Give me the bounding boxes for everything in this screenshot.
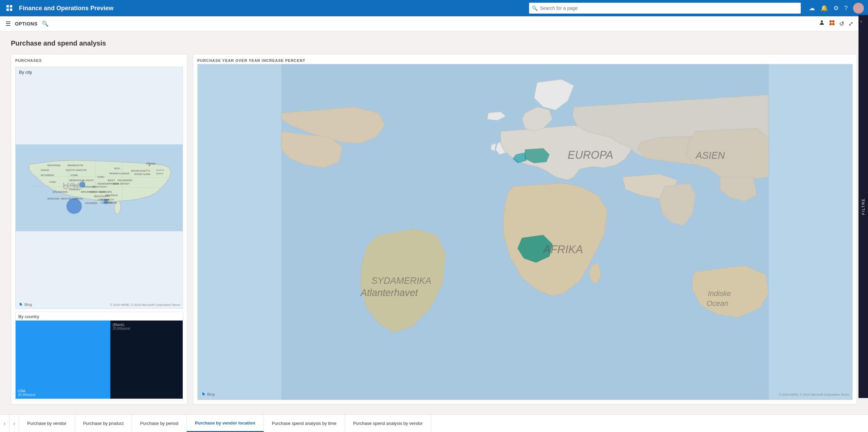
svg-text:USA: USA <box>62 181 82 191</box>
grid-icon[interactable] <box>4 5 15 11</box>
avatar[interactable] <box>853 3 864 14</box>
personalize-icon[interactable] <box>819 20 825 28</box>
svg-text:GEORGIA: GEORGIA <box>105 194 118 197</box>
svg-rect-8 <box>832 23 834 25</box>
top-bar-icons: ☁ 🔔 ⚙ ? <box>809 3 864 14</box>
svg-text:IDAHO: IDAHO <box>41 169 49 172</box>
svg-text:Indiske: Indiske <box>708 290 731 298</box>
bing-logo-world: Bing <box>202 392 215 396</box>
treemap-usa-label: USA <box>18 389 108 393</box>
svg-text:ASIEN: ASIEN <box>695 150 725 161</box>
settings-icon[interactable]: ⚙ <box>833 4 839 12</box>
treemap-subtitle: By country <box>16 312 183 321</box>
svg-text:INDIANA: INDIANA <box>97 182 109 185</box>
world-map[interactable]: EUROPA ASIEN Atlanterhavet AFRIKA SYDAME… <box>197 64 853 400</box>
svg-point-55 <box>67 199 82 213</box>
main-content: Purchase and spend analysis PURCHASES By… <box>0 31 868 414</box>
svg-text:MONTANA: MONTANA <box>47 164 60 167</box>
treemap-blank-value: 20,66tusind <box>112 327 181 330</box>
purchase-yoy-title: PURCHASE YEAR OVER YEAR INCREASE PERCENT <box>197 58 853 63</box>
svg-text:UTAH: UTAH <box>49 180 56 184</box>
top-navigation-bar: Finance and Operations Preview 🔍 ☁ 🔔 ⚙ ? <box>0 0 868 16</box>
svg-rect-6 <box>832 20 834 22</box>
tab-purchase-spend-analysis-by-vendor[interactable]: Purchase spend analysis by vendor <box>345 415 431 432</box>
svg-text:WYOMING: WYOMING <box>41 174 54 177</box>
svg-text:NOV...: NOV... <box>114 167 122 170</box>
filter-arrow-icon: ‹ <box>861 19 862 24</box>
svg-text:RHODE ISLAND: RHODE ISLAND <box>134 173 150 175</box>
svg-text:PENNSYLVANIA: PENNSYLVANIA <box>109 172 130 175</box>
filter-sidebar[interactable]: ‹ FILTRE <box>858 15 868 398</box>
svg-text:DELAWARE: DELAWARE <box>117 179 132 182</box>
office-icon[interactable] <box>829 20 835 28</box>
svg-marker-56 <box>20 303 22 306</box>
svg-point-4 <box>821 20 823 22</box>
tab-purchase-spend-analysis-by-time[interactable]: Purchase spend analysis by time <box>264 415 345 432</box>
treemap-blank-label: (Blank) <box>112 323 181 327</box>
svg-text:SYDAMERIKA: SYDAMERIKA <box>372 276 431 286</box>
tab-purchase-by-period[interactable]: Purchase by period <box>132 415 187 432</box>
tab-purchase-by-vendor-location[interactable]: Purchase by vendor location <box>187 415 264 432</box>
dashboard-row: PURCHASES By city <box>11 54 857 404</box>
second-toolbar: ☰ OPTIONS 🔍 ↺ ⤢ ✕ <box>0 16 868 31</box>
svg-rect-0 <box>6 5 9 7</box>
tab-purchase-by-product[interactable]: Purchase by product <box>75 415 132 432</box>
help-icon[interactable]: ? <box>844 5 848 12</box>
svg-text:MASSACHUSETTS: MASSACHUSETTS <box>131 170 150 172</box>
search-wrapper: 🔍 <box>529 3 801 14</box>
tab-purchase-by-vendor[interactable]: Purchase by vendor <box>19 415 75 432</box>
svg-text:Gulf of: Gulf of <box>156 169 164 172</box>
maximize-icon[interactable]: ⤢ <box>848 20 853 28</box>
purchases-panel-title: PURCHASES <box>15 58 183 63</box>
svg-rect-2 <box>6 8 9 11</box>
svg-text:WEST: WEST <box>108 179 115 182</box>
treemap-usa-value: 18,46tusind <box>18 393 108 397</box>
svg-text:SOUTH DAKOTA: SOUTH DAKOTA <box>66 169 87 172</box>
cloud-icon[interactable]: ☁ <box>809 4 815 12</box>
toolbar-search-icon[interactable]: 🔍 <box>42 20 49 27</box>
by-city-map[interactable]: By city IDAHO WYOM <box>15 67 183 309</box>
purchases-panel: PURCHASES By city <box>11 54 187 404</box>
svg-rect-5 <box>830 20 832 22</box>
filter-label: FILTRE <box>861 198 865 215</box>
svg-rect-3 <box>10 8 12 11</box>
by-city-label: By city <box>19 70 32 75</box>
hamburger-icon[interactable]: ☰ <box>5 20 11 28</box>
svg-text:ILLINOIS: ILLINOIS <box>83 179 93 182</box>
treemap-blank-segment[interactable]: (Blank) 20,66tusind <box>110 321 183 399</box>
tab-next-button[interactable]: › <box>10 415 19 432</box>
svg-text:LOUISIANA: LOUISIANA <box>85 202 97 204</box>
treemap-body: USA 18,46tusind (Blank) 20,66tusind <box>16 321 183 399</box>
search-input[interactable] <box>529 3 801 14</box>
svg-text:IOWA: IOWA <box>71 174 78 177</box>
svg-text:ALABAMA: ALABAMA <box>99 190 112 193</box>
by-country-treemap[interactable]: By country USA 18,46tusind (Blank) 20,66… <box>15 312 183 400</box>
svg-text:MINNESOTA: MINNESOTA <box>68 164 84 167</box>
tab-prev-button[interactable]: ‹ <box>0 415 10 432</box>
bottom-tabs: ‹ › Purchase by vendor Purchase by produ… <box>0 414 868 432</box>
svg-rect-1 <box>10 5 12 7</box>
refresh-icon[interactable]: ↺ <box>839 20 844 28</box>
options-label: OPTIONS <box>15 21 38 27</box>
page-title: Purchase and spend analysis <box>11 39 857 47</box>
second-bar-right: ↺ ⤢ ✕ <box>819 20 863 28</box>
svg-text:ARIZONA: ARIZONA <box>47 197 59 200</box>
notification-icon[interactable]: 🔔 <box>820 4 828 12</box>
svg-text:Ocean: Ocean <box>707 299 728 308</box>
svg-text:Atlanterhavet: Atlanterhavet <box>360 287 418 298</box>
svg-text:OHIO: OHIO <box>97 175 104 178</box>
svg-text:AFRIKA: AFRIKA <box>543 243 583 256</box>
treemap-usa-segment[interactable]: USA 18,46tusind <box>16 321 110 399</box>
svg-point-48 <box>149 165 150 166</box>
svg-marker-65 <box>202 392 205 396</box>
svg-rect-7 <box>830 23 832 25</box>
app-title: Finance and Operations Preview <box>19 5 113 12</box>
purchase-yoy-panel: PURCHASE YEAR OVER YEAR INCREASE PERCENT <box>193 54 857 404</box>
svg-text:Maine: Maine <box>156 172 163 175</box>
map-copyright-world: © 2019 HERE, © 2019 Microsoft Corporatio… <box>779 393 849 396</box>
svg-text:Ottawa: Ottawa <box>146 162 156 165</box>
svg-text:NEW JERSEY: NEW JERSEY <box>112 182 130 185</box>
svg-point-54 <box>104 200 108 204</box>
map-copyright-city: © 2019 HERE, © 2019 Microsoft Corporatio… <box>110 303 180 307</box>
svg-text:EUROPA: EUROPA <box>568 149 613 161</box>
